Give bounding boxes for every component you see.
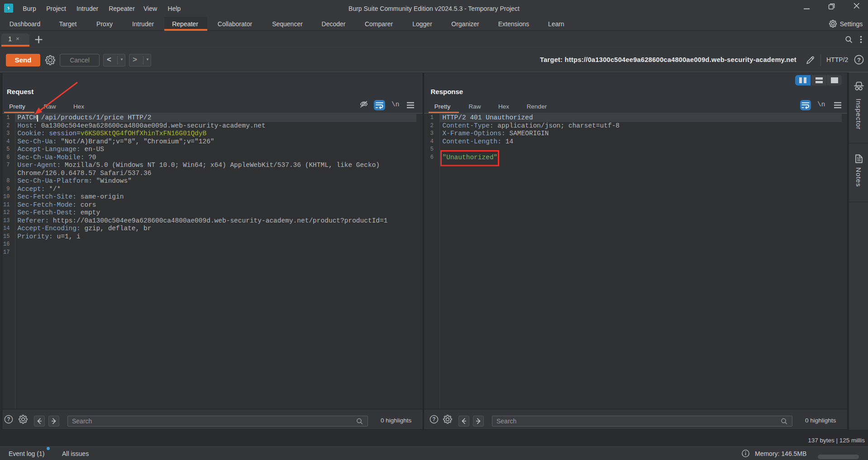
svg-text:?: ?: [857, 57, 861, 63]
svg-text:?: ?: [7, 416, 10, 422]
svg-text:?: ?: [432, 416, 435, 422]
